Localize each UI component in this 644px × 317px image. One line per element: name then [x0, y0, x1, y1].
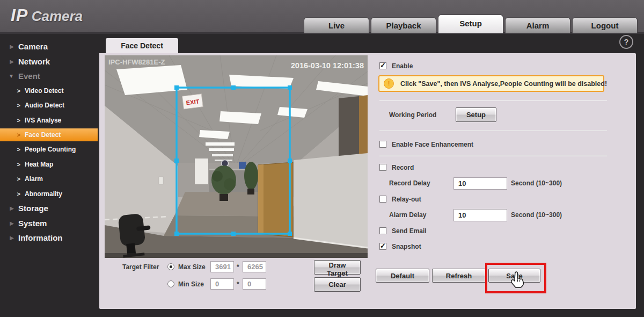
- sidebar-item-system[interactable]: ▶System: [0, 216, 98, 230]
- help-icon[interactable]: ?: [619, 35, 633, 49]
- camera-name-overlay: IPC-HFW8281E-Z: [108, 58, 165, 66]
- top-nav: Live Playback Setup Alarm Logout: [304, 15, 638, 33]
- save-highlight-box: [485, 263, 546, 293]
- size-separator: *: [237, 280, 239, 289]
- alarm-delay-unit: Second (10~300): [511, 211, 562, 219]
- alarm-delay-label: Alarm Delay: [389, 211, 426, 219]
- working-period-label: Working Period: [389, 111, 436, 119]
- chevron-right-icon: >: [0, 132, 25, 138]
- divider: [379, 130, 607, 131]
- relay-out-checkbox[interactable]: [379, 196, 386, 203]
- sidebar-item-abnormality[interactable]: >Abnormality: [0, 186, 98, 201]
- camera-scene: EXIT IPC-HFW8281E-Z 2016-03-10 12:01:38: [105, 55, 368, 258]
- enable-checkbox[interactable]: [379, 62, 386, 69]
- timestamp-overlay: 2016-03-10 12:01:38: [291, 61, 364, 70]
- brand-logo: IP Camera: [11, 5, 83, 25]
- snapshot-label: Snapshot: [392, 243, 421, 251]
- max-size-label: Max Size: [178, 263, 206, 271]
- near-right-wall: [294, 153, 368, 248]
- divider: [379, 155, 607, 156]
- triangle-down-icon: ▼: [0, 73, 18, 79]
- chevron-right-icon: >: [0, 102, 25, 109]
- logo-camera-text: Camera: [32, 8, 83, 24]
- sidebar: ▶Camera ▶Network ▼Event >Video Detect >A…: [0, 32, 98, 317]
- alarm-delay-input[interactable]: [453, 209, 507, 221]
- working-period-setup-button[interactable]: Setup: [456, 107, 496, 122]
- relay-out-label: Relay-out: [392, 196, 421, 204]
- sidebar-item-video-detect[interactable]: >Video Detect: [0, 83, 98, 98]
- triangle-right-icon: ▶: [0, 235, 18, 241]
- max-size-height-input[interactable]: [243, 261, 266, 272]
- min-size-label: Min Size: [178, 280, 204, 289]
- min-size-radio[interactable]: [167, 280, 174, 287]
- chevron-right-icon: >: [0, 88, 25, 94]
- record-delay-input[interactable]: [453, 177, 507, 190]
- warning-icon: !: [384, 78, 394, 89]
- send-email-checkbox[interactable]: [379, 227, 386, 234]
- sidebar-item-face-detect[interactable]: >Face Detect: [0, 128, 98, 141]
- min-size-width-input[interactable]: [210, 278, 234, 290]
- default-button[interactable]: Default: [376, 269, 429, 283]
- bottom-shade: [105, 253, 368, 258]
- page-title-tab[interactable]: Face Detect: [106, 38, 178, 53]
- triangle-right-icon: ▶: [0, 44, 18, 49]
- chevron-right-icon: >: [0, 176, 25, 182]
- back-bright-door: [195, 158, 208, 184]
- face-enhancement-label: Enable Face Enhancement: [392, 141, 473, 149]
- record-delay-unit: Second (10~300): [511, 179, 562, 188]
- clear-button[interactable]: Clear: [314, 277, 361, 292]
- sidebar-item-network[interactable]: ▶Network: [0, 54, 98, 68]
- sidebar-item-heat-map[interactable]: >Heat Map: [0, 157, 98, 171]
- record-delay-label: Record Delay: [389, 179, 430, 188]
- chevron-right-icon: >: [0, 191, 25, 197]
- tab-logout[interactable]: Logout: [572, 17, 638, 33]
- record-checkbox[interactable]: [379, 164, 386, 171]
- snapshot-checkbox[interactable]: [379, 243, 386, 250]
- tab-playback[interactable]: Playback: [371, 17, 436, 33]
- logo-ip-text: IP: [11, 5, 28, 25]
- triangle-right-icon: ▶: [0, 205, 18, 211]
- triangle-right-icon: ▶: [0, 220, 18, 226]
- divider: [379, 100, 607, 101]
- size-separator: *: [237, 263, 239, 271]
- max-size-radio[interactable]: [167, 263, 174, 270]
- sidebar-item-audio-detect[interactable]: >Audio Detect: [0, 98, 98, 113]
- warning-text: Click "Save", then IVS Analyse,People Co…: [400, 80, 607, 88]
- sidebar-item-alarm[interactable]: >Alarm: [0, 172, 98, 186]
- wooden-door: [258, 162, 293, 237]
- send-email-label: Send Email: [392, 227, 427, 235]
- target-filter-label: Target Filter: [122, 263, 159, 271]
- min-size-height-input[interactable]: [243, 278, 266, 290]
- tab-setup[interactable]: Setup: [438, 15, 503, 33]
- sidebar-item-event[interactable]: ▼Event: [0, 69, 98, 83]
- enable-label: Enable: [392, 62, 413, 70]
- chevron-right-icon: >: [0, 161, 25, 168]
- topbar: IP Camera Live Playback Setup Alarm Logo…: [0, 0, 644, 34]
- draw-target-button[interactable]: Draw Target: [314, 260, 361, 275]
- face-enhancement-checkbox[interactable]: [379, 141, 386, 148]
- camera-preview[interactable]: EXIT IPC-HFW8281E-Z 2016-03-10 12:01:38: [105, 55, 368, 258]
- sidebar-item-storage[interactable]: ▶Storage: [0, 201, 98, 215]
- max-size-width-input[interactable]: [210, 261, 234, 272]
- tab-alarm[interactable]: Alarm: [505, 17, 570, 33]
- sidebar-item-people-counting[interactable]: >People Counting: [0, 142, 98, 157]
- sidebar-item-ivs-analyse[interactable]: >IVS Analyse: [0, 113, 98, 127]
- warning-banner: ! Click "Save", then IVS Analyse,People …: [378, 75, 604, 92]
- sidebar-item-information[interactable]: ▶Information: [0, 230, 98, 245]
- light-switch: [159, 177, 163, 184]
- app-window: IP Camera Live Playback Setup Alarm Logo…: [0, 0, 644, 317]
- exit-sign: EXIT: [182, 94, 203, 109]
- refresh-button[interactable]: Refresh: [432, 269, 486, 283]
- triangle-right-icon: ▶: [0, 59, 18, 64]
- chevron-right-icon: >: [0, 146, 25, 153]
- sidebar-item-camera[interactable]: ▶Camera: [0, 39, 98, 54]
- chevron-right-icon: >: [0, 117, 25, 124]
- record-label: Record: [392, 164, 414, 172]
- tab-live[interactable]: Live: [304, 17, 369, 33]
